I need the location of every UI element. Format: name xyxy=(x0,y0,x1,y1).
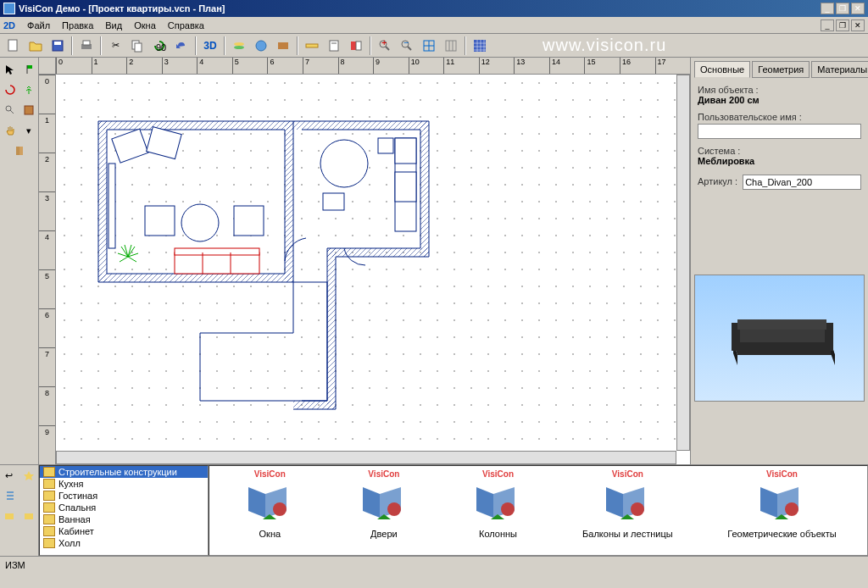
texture-tool[interactable] xyxy=(20,102,37,119)
visicon-logo: VisiCon xyxy=(482,469,514,479)
plant-tool[interactable] xyxy=(20,81,37,98)
pan-tool[interactable] xyxy=(2,122,19,139)
svg-line-69 xyxy=(128,257,136,262)
svg-marker-96 xyxy=(363,487,380,518)
tree-item-construction[interactable]: Строительные конструкции xyxy=(40,466,208,478)
library-item-windows[interactable]: VisiCon Окна xyxy=(240,483,299,539)
library-item-columns[interactable]: VisiCon Колонны xyxy=(468,483,527,539)
copy-button[interactable] xyxy=(127,36,147,56)
close-button[interactable]: ✕ xyxy=(851,19,865,31)
library-item-geometric[interactable]: VisiCon Геометрические объекты xyxy=(727,483,836,539)
door-tool[interactable] xyxy=(11,142,28,159)
svg-rect-15 xyxy=(351,42,356,50)
mdi-restore-button[interactable]: ❐ xyxy=(836,3,849,14)
drawing-canvas[interactable] xyxy=(56,75,690,464)
tree-item-living[interactable]: Гостиная xyxy=(40,490,208,502)
article-input[interactable] xyxy=(743,175,861,190)
lib-fav-button[interactable] xyxy=(22,467,37,484)
ruler-vertical: 0 1 2 3 4 5 6 7 8 9 10 xyxy=(39,75,56,464)
new-button[interactable] xyxy=(3,36,24,56)
svg-rect-12 xyxy=(306,44,318,47)
object-name-value: Диван 200 см xyxy=(698,95,861,105)
layers-button[interactable] xyxy=(229,36,249,56)
wall-button[interactable] xyxy=(273,36,293,56)
ruler-mark: 4 xyxy=(197,58,232,74)
cut-button[interactable]: ✂ xyxy=(105,36,125,56)
library-item-label: Окна xyxy=(240,529,299,539)
rotate-button[interactable]: 90 xyxy=(149,36,170,56)
vertical-scrollbar[interactable] xyxy=(676,75,690,451)
canvas-area: 0 1 2 3 4 5 6 7 8 9 10 11 12 13 14 15 16… xyxy=(39,58,690,464)
estimate-button[interactable] xyxy=(324,36,344,56)
mdi-close-button[interactable]: ✕ xyxy=(851,3,865,14)
mode-3d-button[interactable]: 3D xyxy=(200,36,220,56)
flag-tool[interactable] xyxy=(20,61,37,78)
svg-line-39 xyxy=(10,110,14,114)
zoom-tool[interactable] xyxy=(2,102,19,119)
user-name-input[interactable] xyxy=(698,124,861,139)
svg-rect-36 xyxy=(27,65,32,69)
menubar: 2D Файл Правка Вид Окна Справка _ ❐ ✕ xyxy=(0,17,868,34)
svg-rect-73 xyxy=(323,193,344,210)
tree-item-bathroom[interactable]: Ванная xyxy=(40,513,208,525)
ruler-mark: 4 xyxy=(39,230,55,269)
tree-item-bedroom[interactable]: Спальня xyxy=(40,502,208,513)
lib-folder2-button[interactable] xyxy=(22,508,37,524)
lib-tree-button[interactable] xyxy=(2,487,19,504)
open-button[interactable] xyxy=(25,36,46,56)
svg-rect-48 xyxy=(420,121,429,257)
save-button[interactable] xyxy=(47,36,68,56)
horizontal-scrollbar[interactable] xyxy=(56,451,676,464)
vertical-toolbar: ▾ xyxy=(0,58,39,464)
svg-rect-60 xyxy=(175,248,259,255)
tab-geometry[interactable]: Геометрия xyxy=(752,61,810,78)
print-button[interactable] xyxy=(76,36,97,56)
grid-toggle-button[interactable] xyxy=(470,36,490,56)
tree-item-office[interactable]: Кабинет xyxy=(40,525,208,537)
lib-folder-button[interactable] xyxy=(2,508,17,524)
main-toolbar: ✂ 90 3D + − www.visicon.ru xyxy=(0,34,868,58)
zoom-out-button[interactable]: − xyxy=(397,36,417,56)
library-tree[interactable]: Строительные конструкции Кухня Гостиная … xyxy=(39,465,209,556)
svg-rect-49 xyxy=(327,248,429,257)
mdi-minimize-button[interactable]: _ xyxy=(821,3,834,14)
library-item-doors[interactable]: VisiCon Двери xyxy=(354,483,414,539)
rotate-tool[interactable] xyxy=(2,81,19,98)
grid1-button[interactable] xyxy=(419,36,439,56)
svg-marker-80 xyxy=(733,342,835,355)
minimize-button[interactable]: _ xyxy=(821,19,834,31)
undo-button[interactable] xyxy=(171,36,192,56)
mode-2d-indicator[interactable]: 2D xyxy=(3,20,15,31)
library-item-label: Колонны xyxy=(468,529,527,539)
ruler-mark: 12 xyxy=(479,58,515,74)
globe-button[interactable] xyxy=(251,36,271,56)
grid2-button[interactable] xyxy=(441,36,461,56)
zoom-in-button[interactable]: + xyxy=(375,36,395,56)
ruler-mark: 10 xyxy=(409,58,444,74)
library-item-balconies[interactable]: VisiCon Балконы и лестницы xyxy=(582,483,673,539)
object-preview xyxy=(694,275,865,402)
svg-text:+: + xyxy=(381,39,387,47)
svg-point-94 xyxy=(273,502,287,516)
tab-main[interactable]: Основные xyxy=(694,61,750,78)
menu-windows[interactable]: Окна xyxy=(129,19,161,32)
select-tool[interactable] xyxy=(2,61,19,78)
catalog-button[interactable] xyxy=(346,36,366,56)
svg-point-110 xyxy=(785,502,798,516)
tree-item-kitchen[interactable]: Кухня xyxy=(40,478,208,490)
svg-rect-76 xyxy=(395,172,416,202)
visicon-logo: VisiCon xyxy=(612,469,643,479)
lib-back-button[interactable]: ↩ xyxy=(2,467,17,484)
menu-view[interactable]: Вид xyxy=(100,19,127,32)
dropdown-tool[interactable]: ▾ xyxy=(20,122,37,139)
restore-button[interactable]: ❐ xyxy=(836,19,849,31)
tab-materials[interactable]: Материалы xyxy=(811,61,868,78)
tree-item-hall[interactable]: Холл xyxy=(40,537,208,549)
ruler-mark: 7 xyxy=(39,347,55,386)
menu-help[interactable]: Справка xyxy=(163,19,209,32)
status-mode: ИЗМ xyxy=(5,560,25,570)
ruler-mark: 3 xyxy=(39,191,55,230)
measure-button[interactable] xyxy=(302,36,322,56)
menu-edit[interactable]: Правка xyxy=(57,19,98,32)
menu-file[interactable]: Файл xyxy=(22,19,55,32)
